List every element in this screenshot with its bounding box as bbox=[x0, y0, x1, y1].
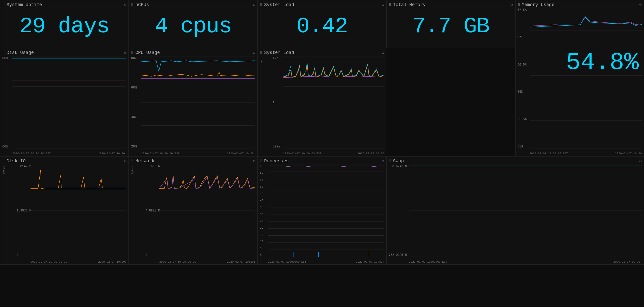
dots-icon-3: ⠿ bbox=[260, 3, 263, 7]
gear-icon-10[interactable]: ⚙ bbox=[253, 159, 255, 164]
gear-icon-8[interactable]: ⚙ bbox=[382, 50, 384, 55]
system-load-chart-label: System Load bbox=[264, 50, 294, 55]
proc-y9: 25 bbox=[260, 220, 268, 223]
mem-y4: 56% bbox=[518, 90, 530, 94]
processes-panel: ⠿ Processes ⚙ 65 60 55 50 45 40 35 30 25… bbox=[258, 156, 386, 265]
dots-icon: ⠿ bbox=[2, 3, 5, 7]
diskio-x1: 2020-02-07 10:00:00 ES bbox=[31, 260, 67, 263]
proc-y3: 55 bbox=[260, 178, 268, 181]
disk-x1: 2020-02-07 10:00:00 EST bbox=[12, 152, 51, 155]
gear-icon-9[interactable]: ⚙ bbox=[124, 159, 127, 164]
processes-chart bbox=[268, 165, 384, 257]
memory-usage-label: Memory Usage bbox=[522, 2, 555, 7]
proc-y7: 35 bbox=[260, 206, 268, 209]
disk-usage-label: Disk Usage bbox=[7, 50, 34, 55]
memory-usage-chart bbox=[530, 8, 642, 148]
cpu-usage-label: CPU Usage bbox=[135, 50, 160, 55]
swap-y2: 762.9395 M bbox=[389, 253, 409, 257]
dots-icon-5: ⠿ bbox=[518, 3, 520, 7]
gear-icon-6[interactable]: ⚙ bbox=[124, 50, 127, 55]
cpu-usage-chart bbox=[141, 56, 255, 148]
mem-y6: 55% bbox=[518, 145, 530, 148]
disk-io-y-axis-title: Bytes bbox=[2, 166, 5, 174]
cpu-y2: 60% bbox=[131, 86, 141, 89]
ncpus-label: nCPUs bbox=[135, 2, 149, 7]
dots-icon-2: ⠿ bbox=[131, 3, 134, 7]
processes-label: Processes bbox=[264, 159, 289, 164]
cpu-x1: 2020-02-07 10:00:00 EST bbox=[141, 152, 179, 155]
dots-icon-4: ⠿ bbox=[389, 3, 391, 7]
net-y3: 0 bbox=[145, 253, 160, 257]
diskio-y2: 1.9073 M bbox=[17, 209, 32, 212]
diskio-y1: 3.8147 M bbox=[17, 165, 32, 168]
net-y2: 4.8828 K bbox=[145, 209, 160, 212]
system-uptime-value: 29 days bbox=[2, 8, 126, 44]
proc-y12: 10 bbox=[260, 240, 268, 243]
net-x1: 2020-02-07 10:00:00 ES bbox=[159, 260, 196, 263]
system-uptime-panel: ⠿ System Uptime ⚙ 29 days bbox=[0, 0, 129, 48]
cpu-usage-panel: ⠿ CPU Usage ⚙ 80% 60% 40% 20% bbox=[129, 48, 257, 156]
dashboard: ⠿ System Uptime ⚙ 29 days ⠿ nCPUs ⚙ 4 cp… bbox=[0, 0, 644, 307]
disk-usage-chart bbox=[12, 56, 126, 148]
gear-icon[interactable]: ⚙ bbox=[124, 2, 127, 7]
system-load-stat-title-bar: ⠿ System Load ⚙ bbox=[260, 2, 384, 7]
disk-io-label: Disk IO bbox=[7, 159, 26, 164]
proc-y11: 15 bbox=[260, 233, 268, 236]
cpu-x2: 2020-02-07 10:30: bbox=[227, 152, 255, 155]
gear-icon-12[interactable]: ⚙ bbox=[639, 159, 642, 164]
dots-icon-10: ⠿ bbox=[131, 159, 134, 163]
net-y1: 9.7656 K bbox=[145, 165, 160, 168]
system-load-stat-label: System Load bbox=[264, 2, 294, 7]
disk-io-chart bbox=[31, 165, 126, 257]
dots-icon-9: ⠿ bbox=[2, 159, 5, 163]
swap-label: Swap bbox=[393, 159, 404, 164]
sysload-y1: 1.5 bbox=[273, 56, 283, 60]
gear-icon-7[interactable]: ⚙ bbox=[253, 50, 255, 55]
dots-icon-6: ⠿ bbox=[2, 51, 5, 55]
disk-io-panel: ⠿ Disk IO ⚙ Bytes 3.8147 M 1.9073 M 0 20… bbox=[0, 156, 129, 265]
cpu-y3: 40% bbox=[131, 115, 141, 119]
ncpus-value: 4 cpus bbox=[131, 8, 255, 44]
proc-x2: 2020-02-07 10:30: bbox=[356, 260, 384, 263]
proc-x1: 2020-02-07 10:00:00 EST bbox=[268, 260, 306, 263]
memory-usage-panel: ⠿ Memory Usage ⚙ 57.5% 57% 56.5% 56% 55.… bbox=[515, 0, 644, 156]
system-uptime-label: System Uptime bbox=[7, 2, 42, 7]
processes-title-bar: ⠿ Processes ⚙ bbox=[260, 159, 384, 164]
network-label: Network bbox=[135, 159, 154, 164]
gear-icon-5[interactable]: ⚙ bbox=[639, 2, 642, 7]
proc-y10: 20 bbox=[260, 226, 268, 229]
network-y-axis-title: Bytes bbox=[131, 166, 134, 174]
gear-icon-2[interactable]: ⚙ bbox=[253, 2, 255, 7]
disk-usage-panel: ⠿ Disk Usage ⚙ 80% 60% 2020-02-07 10:00:… bbox=[0, 48, 129, 156]
mem-y1: 57.5% bbox=[518, 8, 530, 12]
system-load-chart-title-bar: ⠿ System Load ⚙ bbox=[260, 50, 384, 55]
proc-y5: 45 bbox=[260, 192, 268, 195]
total-memory-label: Total Memory bbox=[393, 2, 426, 7]
gear-icon-3[interactable]: ⚙ bbox=[382, 2, 384, 7]
memory-usage-title-bar: ⠿ Memory Usage ⚙ bbox=[518, 2, 642, 7]
proc-y2: 60 bbox=[260, 171, 268, 174]
cpu-y4: 20% bbox=[131, 145, 141, 148]
disk-x2: 2020-02-07 10:30: bbox=[98, 152, 126, 155]
disk-y2: 60% bbox=[2, 145, 12, 148]
proc-y13: 5 bbox=[260, 247, 268, 250]
memory-usage-big-value: 54.8% bbox=[566, 49, 639, 76]
system-load-chart-panel: ⠿ System Load ⚙ Load 1.5 1 500m bbox=[258, 48, 386, 156]
total-memory-value: 7.7 GB bbox=[389, 8, 513, 44]
sysload-x1: 2020-02-07 10:00:00 EST bbox=[283, 152, 321, 155]
disk-io-title-bar: ⠿ Disk IO ⚙ bbox=[2, 159, 126, 164]
proc-y1: 65 bbox=[260, 165, 268, 168]
mem-x1: 2020-02-07 10:00:00 EST bbox=[530, 152, 568, 155]
cpu-usage-title-bar: ⠿ CPU Usage ⚙ bbox=[131, 50, 255, 55]
swap-title-bar: ⠿ Swap ⚙ bbox=[389, 159, 642, 164]
dots-icon-11: ⠿ bbox=[260, 159, 263, 163]
mem-y3: 56.5% bbox=[518, 63, 530, 67]
disk-y1: 80% bbox=[2, 56, 12, 60]
dots-icon-8: ⠿ bbox=[260, 51, 263, 55]
swap-chart bbox=[409, 165, 642, 257]
ncpus-panel: ⠿ nCPUs ⚙ 4 cpus bbox=[129, 0, 257, 48]
proc-y8: 30 bbox=[260, 213, 268, 216]
sysload-y3: 500m bbox=[273, 145, 283, 148]
gear-icon-11[interactable]: ⚙ bbox=[382, 159, 384, 164]
gear-icon-4[interactable]: ⚙ bbox=[511, 2, 513, 7]
